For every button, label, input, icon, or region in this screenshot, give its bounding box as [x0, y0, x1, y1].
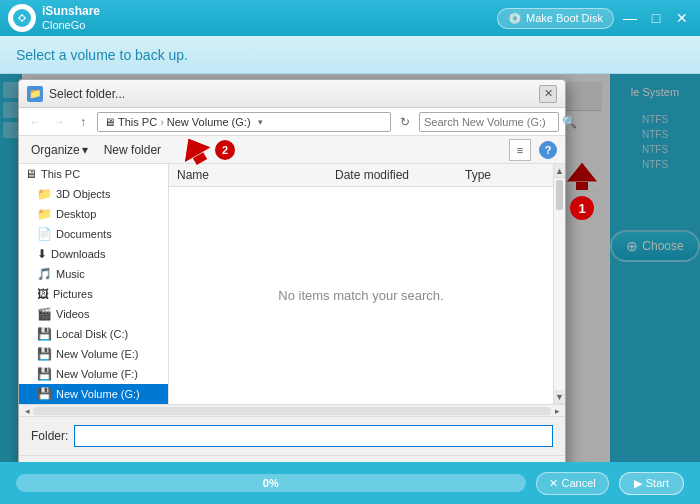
progress-bar-container: 0% — [16, 474, 526, 492]
search-icon[interactable]: 🔍 — [562, 115, 577, 129]
tree-item[interactable]: 📁 Desktop — [19, 204, 168, 224]
search-input[interactable] — [424, 116, 562, 128]
tree-item-label: Music — [56, 268, 85, 280]
app-window: iSunshare CloneGo 💿 Make Boot Disk — □ ✕… — [0, 0, 700, 504]
tree-item-icon: 🖥 — [25, 167, 37, 181]
tree-item-label: This PC — [41, 168, 80, 180]
tree-item-label: New Volume (G:) — [56, 388, 140, 400]
dialog-folder-icon: 📁 — [27, 86, 43, 102]
col-date[interactable]: Date modified — [335, 168, 465, 182]
tree-item-icon: 🎵 — [37, 267, 52, 281]
tree-item-label: Desktop — [56, 208, 96, 220]
bottom-bar: 0% ✕ Cancel ▶ Start — [0, 462, 700, 504]
empty-message: No items match your search. — [169, 187, 553, 404]
bottom-cancel-button[interactable]: ✕ Cancel — [536, 472, 609, 495]
tree-item[interactable]: 📁 3D Objects — [19, 184, 168, 204]
sub-header-text: Select a volume to back up. — [16, 47, 188, 63]
scroll-track — [554, 178, 565, 390]
help-button[interactable]: ? — [539, 141, 557, 159]
scroll-down-button[interactable]: ▼ — [554, 390, 565, 404]
tree-item[interactable]: 🖥 This PC — [19, 164, 168, 184]
breadcrumb-dropdown-button[interactable]: ▾ — [254, 115, 268, 129]
app-close-button[interactable]: ✕ — [672, 8, 692, 28]
breadcrumb-bar: 🖥 This PC › New Volume (G:) ▾ — [97, 112, 391, 132]
tree-item-icon: ⬇ — [37, 247, 47, 261]
minimize-button[interactable]: — — [620, 8, 640, 28]
dialog-title-text: Select folder... — [49, 87, 539, 101]
tree-item[interactable]: 💾 New Volume (G:) — [19, 384, 168, 404]
folder-path-input[interactable] — [74, 425, 553, 447]
nav-bar: ← → ↑ 🖥 This PC › New Volume (G:) ▾ ↻ 🔍 — [19, 108, 565, 136]
nav-up-button[interactable]: ↑ — [73, 112, 93, 132]
tree-item-icon: 💾 — [37, 327, 52, 341]
tree-item-label: Videos — [56, 308, 89, 320]
tree-item[interactable]: 🎬 Videos — [19, 304, 168, 324]
file-browser: 🖥 This PC 📁 3D Objects 📁 Desktop 📄 Docum… — [19, 164, 565, 404]
select-folder-dialog: 📁 Select folder... ✕ ← → ↑ 🖥 This PC › N… — [18, 79, 566, 462]
app-logo — [8, 4, 36, 32]
horizontal-scroll: ◂ ▸ — [19, 404, 565, 416]
tree-item[interactable]: 🎵 Music — [19, 264, 168, 284]
maximize-button[interactable]: □ — [646, 8, 666, 28]
scroll-left-button[interactable]: ◂ — [21, 405, 33, 417]
tree-item[interactable]: 💾 Local Disk (C:) — [19, 324, 168, 344]
organize-button[interactable]: Organize ▾ — [27, 141, 92, 159]
new-folder-button[interactable]: New folder — [100, 141, 165, 159]
make-boot-disk-button[interactable]: 💿 Make Boot Disk — [497, 8, 614, 29]
dialog-close-button[interactable]: ✕ — [539, 85, 557, 103]
vertical-scrollbar[interactable]: ▲ ▼ — [553, 164, 565, 404]
start-button[interactable]: ▶ Start — [619, 472, 684, 495]
svg-point-1 — [20, 16, 24, 20]
folder-input-area: Folder: — [19, 416, 565, 455]
view-toggle-button[interactable]: ≡ — [509, 139, 531, 161]
col-name[interactable]: Name — [177, 168, 335, 182]
tree-item-icon: 🎬 — [37, 307, 52, 321]
tree-item-label: New Volume (E:) — [56, 348, 139, 360]
tree-item-icon: 📁 — [37, 187, 52, 201]
tree-item[interactable]: 💾 New Volume (E:) — [19, 344, 168, 364]
nav-forward-button[interactable]: → — [49, 112, 69, 132]
breadcrumb-volume: New Volume (G:) — [167, 116, 251, 128]
app-title: iSunshare CloneGo — [42, 4, 497, 32]
tree-item[interactable]: 🖼 Pictures — [19, 284, 168, 304]
tree-item-label: Downloads — [51, 248, 105, 260]
disk-icon: 💿 — [508, 12, 522, 25]
tree-item-icon: 💾 — [37, 387, 52, 401]
col-type[interactable]: Type — [465, 168, 545, 182]
file-pane: Name Date modified Type No items match y… — [169, 164, 553, 404]
dialog-buttons: 3 Select Folder Cancel — [19, 455, 565, 462]
tree-item-icon: 📄 — [37, 227, 52, 241]
tree-item[interactable]: 💾 New Volume (F:) — [19, 364, 168, 384]
tree-item[interactable]: 📄 Documents — [19, 224, 168, 244]
refresh-button[interactable]: ↻ — [395, 112, 415, 132]
title-bar-actions: 💿 Make Boot Disk — □ ✕ — [497, 8, 692, 29]
dialog-titlebar: 📁 Select folder... ✕ — [19, 80, 565, 108]
file-toolbar: Organize ▾ New folder 2 — [19, 136, 565, 164]
arrow-indicator-2: 2 — [177, 132, 235, 168]
scroll-right-button[interactable]: ▸ — [551, 405, 563, 417]
search-box: 🔍 — [419, 112, 559, 132]
scroll-up-button[interactable]: ▲ — [554, 164, 565, 178]
tree-pane: 🖥 This PC 📁 3D Objects 📁 Desktop 📄 Docum… — [19, 164, 169, 404]
tree-item-icon: 🖼 — [37, 287, 49, 301]
dialog-overlay: 📁 Select folder... ✕ ← → ↑ 🖥 This PC › N… — [0, 74, 700, 462]
tree-item-label: Pictures — [53, 288, 93, 300]
tree-item-icon: 💾 — [37, 367, 52, 381]
tree-item-label: 3D Objects — [56, 188, 110, 200]
tree-item-icon: 📁 — [37, 207, 52, 221]
nav-back-button[interactable]: ← — [25, 112, 45, 132]
scroll-thumb[interactable] — [556, 180, 563, 210]
h-scroll-track — [33, 407, 551, 415]
breadcrumb-this-pc: This PC — [118, 116, 157, 128]
folder-label: Folder: — [31, 429, 68, 443]
tree-item[interactable]: ⬇ Downloads — [19, 244, 168, 264]
tree-item-label: New Volume (F:) — [56, 368, 138, 380]
progress-text: 0% — [263, 477, 279, 489]
title-bar: iSunshare CloneGo 💿 Make Boot Disk — □ ✕ — [0, 0, 700, 36]
tree-item-label: Documents — [56, 228, 112, 240]
tree-item-label: Local Disk (C:) — [56, 328, 128, 340]
cancel-icon: ✕ — [549, 477, 558, 490]
breadcrumb-pc-icon: 🖥 — [104, 116, 115, 128]
sub-header: Select a volume to back up. — [0, 36, 700, 74]
main-content: Disk Partition Capacity le System Disk 0… — [0, 74, 700, 462]
